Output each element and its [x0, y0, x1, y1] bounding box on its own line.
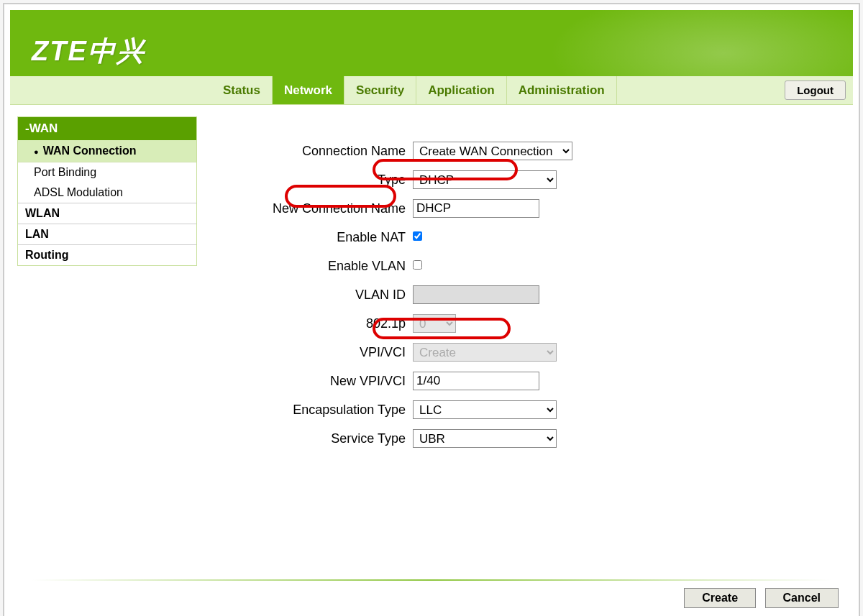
vlan-id-input: [413, 285, 539, 304]
encapsulation-type-select[interactable]: LLC: [413, 400, 557, 419]
create-button[interactable]: Create: [684, 588, 756, 608]
sidebar: -WAN WAN Connection Port Binding ADSL Mo…: [17, 116, 197, 536]
type-select[interactable]: DHCP: [413, 170, 557, 189]
label-vpi-vci: VPI/VCI: [240, 345, 413, 360]
label-type: Type: [240, 173, 413, 188]
sidebar-item-port-binding[interactable]: Port Binding: [18, 162, 196, 183]
service-type-select[interactable]: UBR: [413, 429, 557, 448]
label-encapsulation-type: Encapsulation Type: [240, 403, 413, 418]
label-new-connection-name: New Connection Name: [240, 201, 413, 216]
tab-status[interactable]: Status: [211, 76, 273, 104]
label-enable-vlan: Enable VLAN: [240, 259, 413, 274]
label-service-type: Service Type: [240, 431, 413, 446]
tab-administration[interactable]: Administration: [507, 76, 617, 104]
vpi-vci-select: Create: [413, 343, 557, 362]
sidebar-group-lan[interactable]: LAN: [18, 224, 196, 244]
brand-logo: ZTE中兴: [10, 10, 853, 70]
label-vlan-id: VLAN ID: [240, 288, 413, 303]
copyright-text: Copyright © 2011 ZTE Corporation. All ri…: [10, 608, 853, 616]
sidebar-item-adsl-modulation[interactable]: ADSL Modulation: [18, 183, 196, 203]
label-connection-name: Connection Name: [240, 144, 413, 159]
divider: [32, 579, 831, 581]
enable-nat-checkbox[interactable]: [413, 231, 422, 241]
tab-security[interactable]: Security: [344, 76, 416, 104]
top-nav: Status Network Security Application Admi…: [10, 76, 853, 105]
sidebar-group-wan[interactable]: -WAN: [18, 117, 196, 140]
tab-application[interactable]: Application: [416, 76, 507, 104]
new-vpi-vci-input[interactable]: [413, 372, 539, 390]
header-banner: ZTE中兴: [10, 10, 853, 76]
8021p-select: 0: [413, 314, 456, 333]
main-content: Connection Name Create WAN Connection Ty…: [197, 105, 853, 536]
tab-network[interactable]: Network: [273, 76, 344, 104]
enable-vlan-checkbox[interactable]: [413, 260, 422, 270]
logout-button[interactable]: Logout: [785, 81, 846, 100]
sidebar-group-wlan[interactable]: WLAN: [18, 203, 196, 224]
cancel-button[interactable]: Cancel: [765, 588, 839, 608]
label-new-vpi-vci: New VPI/VCI: [240, 374, 413, 389]
connection-name-select[interactable]: Create WAN Connection: [413, 142, 572, 160]
sidebar-group-routing[interactable]: Routing: [18, 244, 196, 265]
label-enable-nat: Enable NAT: [240, 230, 413, 245]
label-8021p: 802.1p: [240, 316, 413, 331]
new-connection-name-input[interactable]: [413, 199, 539, 218]
sidebar-item-wan-connection[interactable]: WAN Connection: [18, 140, 196, 162]
